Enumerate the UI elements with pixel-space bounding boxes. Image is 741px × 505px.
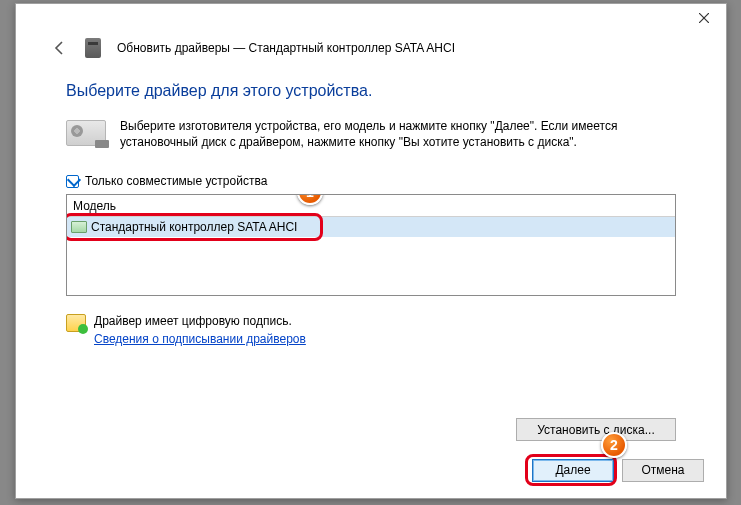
next-button[interactable]: Далее: [532, 459, 614, 482]
signature-text: Драйвер имеет цифровую подпись. Сведения…: [94, 312, 306, 348]
driver-item-icon: [71, 221, 87, 233]
cancel-button[interactable]: Отмена: [622, 459, 704, 482]
column-model[interactable]: Модель: [67, 199, 116, 213]
close-icon: [699, 13, 709, 23]
model-listbox[interactable]: Модель Стандартный контроллер SATA AHCI …: [66, 194, 676, 296]
driver-wizard-window: Обновить драйверы — Стандартный контролл…: [15, 3, 727, 499]
instruction-text: Выберите изготовителя устройства, его мо…: [120, 118, 617, 150]
arrow-left-icon: [52, 40, 68, 56]
compatible-only-checkbox[interactable]: Только совместимые устройства: [66, 174, 676, 188]
wizard-title: Обновить драйверы — Стандартный контролл…: [117, 41, 455, 55]
list-item[interactable]: Стандартный контроллер SATA AHCI: [67, 217, 675, 237]
instruction-line2: установочный диск с драйвером, нажмите к…: [120, 135, 577, 149]
signature-block: Драйвер имеет цифровую подпись. Сведения…: [66, 312, 676, 348]
titlebar: [16, 4, 726, 34]
wizard-footer: Далее Отмена 2: [16, 442, 726, 498]
back-button[interactable]: [51, 39, 69, 57]
device-icon: [85, 38, 101, 58]
wizard-header: Обновить драйверы — Стандартный контролл…: [16, 34, 726, 62]
driver-item-label: Стандартный контроллер SATA AHCI: [91, 220, 297, 234]
instruction-block: Выберите изготовителя устройства, его мо…: [66, 118, 676, 150]
checkbox-icon: [66, 175, 79, 188]
signature-line: Драйвер имеет цифровую подпись.: [94, 312, 306, 330]
install-from-disk-button[interactable]: Установить с диска...: [516, 418, 676, 441]
signature-info-link[interactable]: Сведения о подписывании драйверов: [94, 332, 306, 346]
list-header: Модель: [67, 195, 675, 217]
close-button[interactable]: [682, 4, 726, 32]
page-heading: Выберите драйвер для этого устройства.: [66, 82, 676, 100]
checkbox-label: Только совместимые устройства: [85, 174, 267, 188]
instruction-line1: Выберите изготовителя устройства, его мо…: [120, 119, 617, 133]
wizard-content: Выберите драйвер для этого устройства. В…: [16, 62, 726, 442]
certificate-icon: [66, 314, 86, 332]
hardware-icon: [66, 120, 106, 146]
